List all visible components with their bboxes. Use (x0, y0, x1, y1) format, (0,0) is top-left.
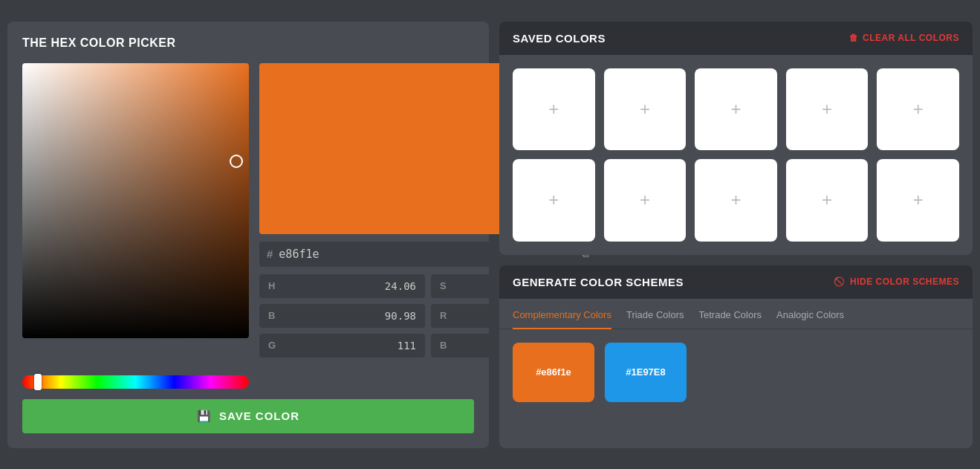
color-slot-3[interactable]: + (695, 68, 777, 151)
hue-slider-container (22, 375, 474, 389)
complementary-color-2-label: #1E97E8 (626, 366, 666, 378)
add-color-icon-4: + (822, 100, 832, 118)
color-slot-4[interactable]: + (786, 68, 869, 151)
add-color-icon-7: + (640, 191, 650, 209)
add-color-icon-6: + (548, 191, 559, 209)
red-label: R (440, 310, 449, 321)
hue-input[interactable] (283, 280, 416, 292)
color-slot-1[interactable]: + (513, 68, 595, 151)
schemes-title: GENERATE COLOR SCHEMES (513, 276, 684, 288)
green-label: G (268, 340, 277, 351)
green-input[interactable] (283, 340, 416, 352)
color-slot-2[interactable]: + (604, 68, 687, 151)
eye-slash-icon: 🚫 (834, 276, 846, 287)
color-gradient[interactable] (22, 63, 249, 338)
clear-all-colors-button[interactable]: 🗑 CLEAR ALL COLORS (849, 33, 960, 43)
tab-complementary[interactable]: Complementary Colors (513, 309, 611, 329)
add-color-icon-2: + (640, 100, 650, 118)
saved-colors-panel: SAVED COLORS 🗑 CLEAR ALL COLORS + + + + … (499, 22, 973, 255)
hue-slider[interactable] (22, 375, 249, 389)
color-slot-6[interactable]: + (513, 159, 595, 242)
schemes-tabs: Complementary Colors Triade Colors Tetra… (499, 299, 973, 329)
color-slot-8[interactable]: + (695, 159, 777, 242)
complementary-color-2[interactable]: #1E97E8 (605, 343, 687, 402)
hide-schemes-label: HIDE COLOR SCHEMES (850, 276, 959, 287)
complementary-color-1[interactable]: #e86f1e (513, 343, 594, 402)
add-color-icon-5: + (913, 100, 924, 118)
gradient-cursor (230, 155, 243, 168)
hue-label: H (268, 280, 277, 291)
hex-hash-symbol: # (267, 248, 273, 260)
scheme-colors: #e86f1e #1E97E8 (499, 329, 973, 415)
saved-colors-header: SAVED COLORS 🗑 CLEAR ALL COLORS (499, 22, 973, 55)
save-color-button[interactable]: 💾 SAVE COLOR (22, 399, 474, 433)
brightness-label: B (268, 310, 277, 321)
brightness-field: B (259, 304, 425, 328)
add-color-icon-1: + (548, 100, 559, 118)
picker-area: # ⧉ H S B (22, 63, 474, 365)
tab-triade[interactable]: Triade Colors (626, 309, 684, 329)
main-container: THE HEX COLOR PICKER # ⧉ H (7, 22, 973, 448)
tab-analogic[interactable]: Analogic Colors (776, 309, 844, 329)
add-color-icon-10: + (913, 191, 924, 209)
hide-color-schemes-button[interactable]: 🚫 HIDE COLOR SCHEMES (834, 276, 959, 287)
hue-thumb (34, 374, 42, 390)
schemes-header: GENERATE COLOR SCHEMES 🚫 HIDE COLOR SCHE… (499, 265, 973, 299)
color-slot-7[interactable]: + (604, 159, 687, 242)
color-slot-5[interactable]: + (877, 68, 959, 151)
trash-icon: 🗑 (849, 33, 859, 43)
add-color-icon-9: + (822, 191, 832, 209)
save-button-label: SAVE COLOR (219, 410, 299, 422)
save-button-container: 💾 SAVE COLOR (22, 399, 474, 433)
left-panel: THE HEX COLOR PICKER # ⧉ H (7, 22, 489, 448)
saved-colors-title: SAVED COLORS (513, 32, 606, 45)
saved-colors-grid: + + + + + + + + + + (499, 55, 973, 255)
saturation-label: S (440, 280, 449, 291)
complementary-color-1-label: #e86f1e (536, 366, 571, 378)
color-slot-9[interactable]: + (786, 159, 869, 242)
brightness-input[interactable] (283, 310, 416, 322)
save-icon: 💾 (197, 410, 212, 423)
blue-label: B (440, 340, 449, 351)
schemes-panel: GENERATE COLOR SCHEMES 🚫 HIDE COLOR SCHE… (499, 265, 973, 448)
left-panel-title: THE HEX COLOR PICKER (22, 36, 474, 50)
hue-field: H (259, 274, 425, 298)
right-panel: SAVED COLORS 🗑 CLEAR ALL COLORS + + + + … (499, 22, 973, 448)
tab-tetrade[interactable]: Tetrade Colors (698, 309, 762, 329)
clear-all-label: CLEAR ALL COLORS (863, 33, 959, 43)
add-color-icon-8: + (730, 191, 741, 209)
color-slot-10[interactable]: + (877, 159, 959, 242)
green-field: G (259, 334, 425, 358)
add-color-icon-3: + (730, 100, 741, 118)
